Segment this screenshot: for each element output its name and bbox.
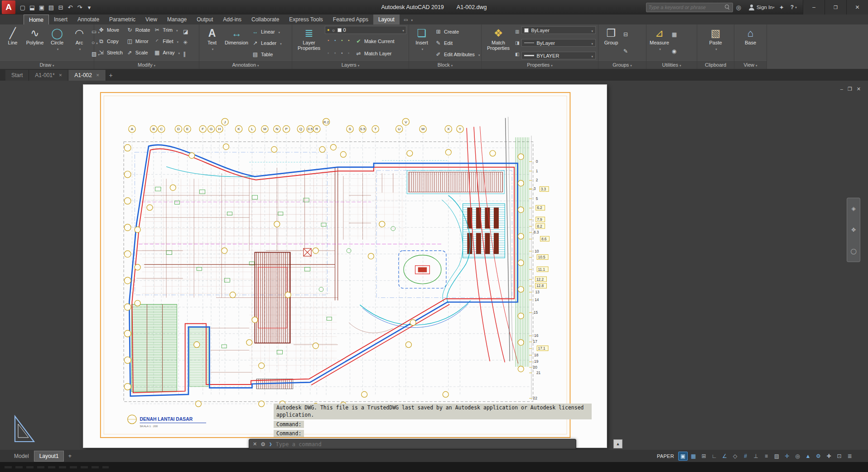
ribbon-tab-collaborate[interactable]: Collaborate [246, 15, 284, 24]
nav-pan-icon[interactable]: ✥ [851, 227, 856, 233]
rotate-button[interactable]: ↻Rotate [125, 26, 151, 34]
table-button[interactable]: ▤Table [251, 50, 283, 58]
quick-properties-icon[interactable]: ⊡ [834, 452, 844, 461]
workspace-switching-icon[interactable]: ⚙ [814, 452, 823, 461]
layout1-tab[interactable]: Layout1 [34, 451, 64, 462]
save-icon[interactable]: ▣ [37, 3, 46, 12]
exchange-search-icon[interactable]: ◎ [736, 4, 741, 11]
search-input[interactable] [649, 5, 725, 10]
new-icon[interactable]: ▢ [18, 3, 27, 12]
minimize-button[interactable]: – [803, 0, 825, 15]
transparency-icon[interactable]: ▨ [772, 452, 781, 461]
paper-space-toggle-icon[interactable]: ▣ [678, 452, 688, 461]
ribbon-tab-parametric[interactable]: Parametric [104, 15, 140, 24]
sign-in-caret-icon[interactable]: ▾ [773, 5, 775, 10]
new-drawing-tab-button[interactable]: + [106, 70, 116, 81]
move-button[interactable]: ✥Move [96, 26, 124, 34]
id-point-button[interactable]: ◉ [672, 48, 677, 55]
help-icon[interactable]: ? [791, 4, 794, 10]
fillet-button[interactable]: ◜Fillet [152, 37, 181, 45]
ribbon-tab-featured-apps[interactable]: Featured Apps [328, 15, 373, 24]
polyline-button[interactable]: ∿ Polyline [24, 26, 45, 60]
ribbon-tab-view[interactable]: View [140, 15, 162, 24]
customization-icon[interactable]: ≣ [845, 452, 854, 461]
viewport-close-icon[interactable]: ✕ [857, 86, 861, 92]
undo-icon[interactable]: ↶ [66, 3, 75, 12]
qat-menu-icon[interactable]: ▾ [85, 3, 94, 12]
circle-button[interactable]: ◯ Circle [47, 26, 68, 60]
panel-label-draw[interactable]: Draw [0, 60, 94, 69]
annotation-visibility-icon[interactable]: ▲ [803, 452, 813, 461]
text-button[interactable]: A Text [202, 26, 222, 60]
ribbon-tab-layout[interactable]: Layout [373, 15, 400, 24]
file-tab-a1001[interactable]: A1-001*✕ [29, 70, 68, 81]
ribbon-tab-home[interactable]: Home [24, 15, 49, 24]
lineweight-dropdown[interactable]: BYLAYER [521, 52, 596, 59]
ortho-mode-icon[interactable]: ∟ [709, 452, 719, 461]
polar-tracking-icon[interactable]: ∠ [720, 452, 729, 461]
match-properties-button[interactable]: ❖ Match Properties [484, 26, 513, 60]
panel-label-modify[interactable]: Modify [94, 60, 199, 69]
layer-tool-icon[interactable]: ▪ [348, 38, 349, 44]
panel-label-properties[interactable]: Properties [482, 60, 598, 69]
file-tab-a1002[interactable]: A1-002✕ [68, 70, 106, 81]
make-current-button[interactable]: ✔Make Current [354, 37, 396, 45]
copy-button[interactable]: ⧉Copy [96, 37, 124, 45]
ribbon-tab-express-tools[interactable]: Express Tools [284, 15, 328, 24]
isometric-drafting-icon[interactable]: ◇ [730, 452, 740, 461]
layer-tool-icon[interactable]: ▫ [334, 51, 336, 57]
search-icon[interactable] [725, 5, 730, 10]
stretch-button[interactable]: ⇲Stretch [96, 49, 124, 57]
close-button[interactable]: ✕ [846, 0, 868, 15]
selection-cycling-icon[interactable]: ◎ [793, 452, 802, 461]
linetype-dropdown[interactable]: ByLayer [521, 39, 596, 47]
panel-label-view[interactable]: View [734, 60, 767, 69]
group-button[interactable]: ❐ Group [601, 26, 622, 60]
layer-tool-icon[interactable]: ▪ [328, 38, 329, 44]
command-input[interactable] [276, 441, 572, 448]
open-icon[interactable]: ⬓ [28, 3, 37, 12]
nav-wheel-icon[interactable]: ◈ [851, 205, 855, 212]
erase-button[interactable]: ◪ [183, 28, 188, 35]
autocad-logo[interactable]: A [2, 0, 15, 14]
redo-icon[interactable]: ↷ [75, 3, 84, 12]
layer-dropdown[interactable]: ● ☼ 0 [325, 26, 406, 34]
properties-tool-icon[interactable]: ◧ [515, 52, 519, 57]
file-tab-close-icon[interactable]: ✕ [59, 73, 63, 78]
panel-label-groups[interactable]: Groups [598, 60, 646, 69]
layer-tool-icon[interactable]: ◦ [328, 51, 329, 57]
sign-in-button[interactable]: Sign In [757, 5, 773, 10]
grid-display-icon[interactable]: ▦ [689, 452, 698, 461]
snap-mode-icon[interactable]: ⊞ [699, 452, 709, 461]
dimension-button[interactable]: ↔ Dimension [224, 26, 249, 60]
file-tab-start[interactable]: Start [5, 70, 29, 81]
panel-label-clipboard[interactable]: Clipboard [697, 60, 734, 69]
layer-properties-button[interactable]: ≣ Layer Properties [294, 26, 323, 60]
line-button[interactable]: ╱ Line [2, 26, 23, 60]
offset-button[interactable]: ∥ [183, 50, 188, 58]
ribbon-tab-annotate[interactable]: Annotate [72, 15, 104, 24]
paper-sheet[interactable]: ABCDEFGHJKLMNPQ0.5RR.2SS.5TUVWXY 01233.3… [83, 84, 607, 448]
explode-button[interactable]: ✳ [183, 39, 188, 46]
panel-label-layers[interactable]: Layers [292, 60, 409, 69]
paste-button[interactable]: ▧ Paste [705, 26, 726, 60]
linear-button[interactable]: ↔Linear [251, 28, 283, 36]
layer-tool-icon[interactable]: ◦ [348, 51, 349, 57]
command-customize-icon[interactable]: ⚙ [260, 441, 265, 448]
trim-button[interactable]: ✂Trim [152, 26, 181, 34]
plot-icon[interactable]: ⊟ [56, 3, 65, 12]
arc-button[interactable]: ◠ Arc [69, 26, 90, 60]
object-snap-icon[interactable]: # [741, 452, 750, 461]
measure-button[interactable]: ⊿ Measure [649, 26, 670, 60]
command-history-expand-button[interactable]: ▲ [613, 439, 622, 448]
array-button[interactable]: ▦Array [152, 49, 181, 57]
help-caret-icon[interactable]: ▾ [795, 5, 797, 10]
save-as-icon[interactable]: ▤ [47, 3, 56, 12]
navigation-bar[interactable]: ◈ ✥ ◯ [847, 198, 860, 262]
model-tab[interactable]: Model [9, 451, 34, 461]
ungroup-button[interactable]: ⊟ [623, 31, 628, 38]
leader-button[interactable]: ↗Leader [251, 39, 283, 47]
match-layer-button[interactable]: ⇌Match Layer [354, 49, 396, 58]
ribbon-tab-output[interactable]: Output [192, 15, 218, 24]
file-tab-close-icon[interactable]: ✕ [96, 73, 100, 78]
